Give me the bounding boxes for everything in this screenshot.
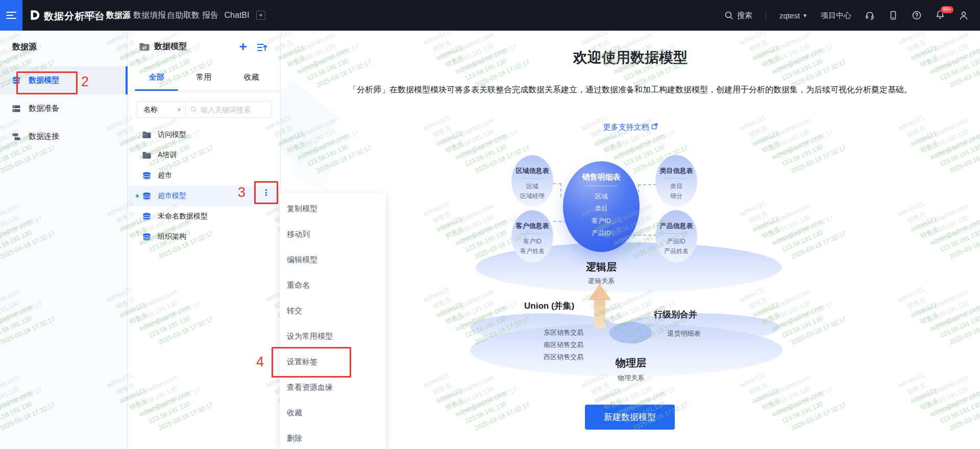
sphere-field: 客户ID bbox=[563, 215, 640, 227]
search-icon bbox=[724, 10, 734, 20]
sphere-field: 类目 bbox=[563, 203, 640, 215]
sphere-field: 产品ID bbox=[563, 227, 640, 239]
menu-item-copy-model[interactable]: 复制模型 bbox=[280, 196, 386, 221]
tabs-divider bbox=[128, 91, 281, 91]
data-prep-icon bbox=[11, 104, 21, 114]
table-bubble-category: 类目信息表 类目 细分 bbox=[655, 155, 697, 207]
customize-nav-icon[interactable]: + bbox=[256, 11, 265, 20]
list-item-model[interactable]: 未命名数据模型 bbox=[128, 206, 281, 227]
bubble-field: 类目 bbox=[655, 182, 697, 191]
user-avatar-icon[interactable] bbox=[959, 10, 969, 20]
union-item: 东区销售交易 bbox=[544, 328, 583, 337]
global-search-button[interactable]: 搜索 bbox=[724, 10, 752, 20]
folder-icon bbox=[142, 131, 152, 139]
sphere-field: 区域 bbox=[563, 190, 640, 203]
data-model-icon bbox=[11, 76, 21, 86]
name-filter-select[interactable]: 名称 ∨ bbox=[137, 101, 186, 118]
sidebar-item-label: 数据连接 bbox=[29, 132, 59, 141]
bubble-field: 区域经理 bbox=[511, 191, 553, 201]
physical-center-ellipse bbox=[609, 322, 652, 343]
tab-all[interactable]: 全部 bbox=[133, 72, 180, 91]
sort-list-icon[interactable] bbox=[256, 42, 268, 53]
list-item-label: 超市模型 bbox=[158, 191, 186, 201]
model-folder-icon bbox=[139, 42, 150, 52]
help-icon[interactable] bbox=[912, 10, 922, 20]
list-item-model[interactable]: 组织架构 bbox=[128, 227, 281, 247]
nav-item-home[interactable]: 主页 bbox=[82, 0, 98, 31]
bubble-field: 区域 bbox=[511, 182, 553, 191]
menu-item-move-to[interactable]: 移动到 bbox=[280, 221, 386, 247]
list-item-folder[interactable]: A培训 bbox=[128, 145, 281, 165]
menu-item-set-tags[interactable]: 设置标签 bbox=[280, 349, 386, 375]
tab-frequent[interactable]: 常用 bbox=[180, 72, 228, 91]
account-name: zqtest bbox=[779, 11, 800, 20]
union-item: 西区销售交易 bbox=[544, 353, 583, 362]
folder-icon bbox=[142, 151, 152, 160]
nav-item-datafill[interactable]: 数据填报 bbox=[133, 0, 166, 31]
up-arrow-stem bbox=[594, 299, 605, 329]
sidebar-item-label: 数据准备 bbox=[29, 104, 59, 113]
search-input[interactable] bbox=[201, 106, 262, 114]
merge-item: 退货明细表 bbox=[668, 329, 701, 338]
table-bubble-product: 产品信息表 产品ID 产品姓名 bbox=[655, 210, 697, 262]
sidebar-item-data-model[interactable]: 数据模型 bbox=[0, 66, 128, 94]
bubble-title: 产品信息表 bbox=[655, 221, 697, 231]
bubble-field: 细分 bbox=[655, 191, 697, 201]
more-docs-link[interactable]: 更多支持文档 bbox=[281, 122, 980, 132]
menu-item-view-lineage[interactable]: 查看资源血缘 bbox=[280, 375, 386, 400]
model-context-menu: 复制模型 移动到 编辑模型 重命名 转交 设为常用模型 设置标签 查看资源血缘 … bbox=[280, 193, 386, 449]
mobile-app-icon[interactable] bbox=[888, 10, 898, 20]
sidebar-item-data-connection[interactable]: 数据连接 bbox=[0, 122, 128, 151]
menu-item-delete[interactable]: 删除 bbox=[280, 426, 386, 449]
database-icon bbox=[142, 192, 152, 201]
more-actions-kebab-icon[interactable]: ⋮ bbox=[259, 190, 273, 202]
menu-item-edit-model[interactable]: 编辑模型 bbox=[280, 247, 386, 272]
physical-layer-subtitle: 物理关系 bbox=[618, 373, 644, 383]
menu-toggle-button[interactable] bbox=[0, 0, 22, 31]
nav-item-datasource[interactable]: 数据源 bbox=[106, 0, 131, 31]
logic-layer-title: 逻辑层 bbox=[586, 260, 617, 274]
project-center-link[interactable]: 项目中心 bbox=[821, 11, 851, 20]
filter-selected-label: 名称 bbox=[143, 105, 158, 114]
tab-favorites[interactable]: 收藏 bbox=[228, 72, 275, 91]
chevron-down-icon: ∨ bbox=[177, 106, 181, 113]
menu-item-favorite[interactable]: 收藏 bbox=[280, 400, 386, 426]
nav-item-chatbi[interactable]: ChatBI bbox=[225, 0, 250, 31]
list-item-label: 未命名数据模型 bbox=[158, 212, 208, 221]
bubble-title: 区域信息表 bbox=[511, 166, 553, 176]
sidebar-item-data-prep[interactable]: 数据准备 bbox=[0, 94, 128, 122]
menu-item-transfer[interactable]: 转交 bbox=[280, 298, 386, 323]
list-item-model[interactable]: 超市 bbox=[128, 165, 281, 186]
more-docs-label: 更多支持文档 bbox=[603, 122, 649, 131]
app-logo-icon bbox=[28, 9, 41, 22]
notification-badge: 99+ bbox=[940, 6, 954, 14]
sidebar: 数据源 数据模型 数据准备 数据连接 bbox=[0, 31, 128, 449]
table-bubble-customer: 客户信息表 客户ID 客户姓名 bbox=[511, 210, 553, 262]
support-headset-icon[interactable] bbox=[865, 10, 875, 20]
keyword-search-box[interactable] bbox=[186, 101, 272, 118]
physical-layer-title: 物理层 bbox=[616, 356, 646, 370]
list-item-model-selected[interactable]: 超市模型 ⋮ bbox=[128, 186, 281, 206]
nav-item-report[interactable]: 报告 bbox=[202, 0, 218, 31]
database-icon bbox=[142, 171, 152, 180]
list-item-label: A培训 bbox=[158, 151, 177, 160]
panel-tabs: 全部 常用 收藏 bbox=[133, 72, 276, 91]
chevron-down-icon: ▼ bbox=[802, 13, 807, 18]
active-dot bbox=[136, 194, 139, 197]
add-model-button[interactable]: + bbox=[236, 39, 250, 54]
sales-detail-sphere: 销售明细表 区域 类目 客户ID 产品ID bbox=[563, 161, 640, 252]
bubble-field: 产品姓名 bbox=[655, 246, 697, 256]
nav-item-selfquery[interactable]: 自助取数 bbox=[167, 0, 200, 31]
union-item: 南区销售交易 bbox=[544, 340, 583, 350]
bubble-field: 客户ID bbox=[511, 237, 553, 246]
list-item-label: 组织架构 bbox=[158, 232, 186, 241]
menu-item-rename[interactable]: 重命名 bbox=[280, 272, 386, 298]
external-link-icon bbox=[651, 122, 658, 131]
logic-layer-subtitle: 逻辑关系 bbox=[588, 277, 615, 286]
list-item-folder[interactable]: 访问模型 bbox=[128, 124, 281, 145]
account-dropdown[interactable]: zqtest ▼ bbox=[779, 11, 807, 20]
menu-item-set-frequent[interactable]: 设为常用模型 bbox=[280, 323, 386, 349]
page-title: 欢迎使用数据模型 bbox=[281, 48, 980, 67]
database-icon bbox=[142, 212, 152, 221]
create-model-button[interactable]: 新建数据模型 bbox=[585, 405, 675, 430]
